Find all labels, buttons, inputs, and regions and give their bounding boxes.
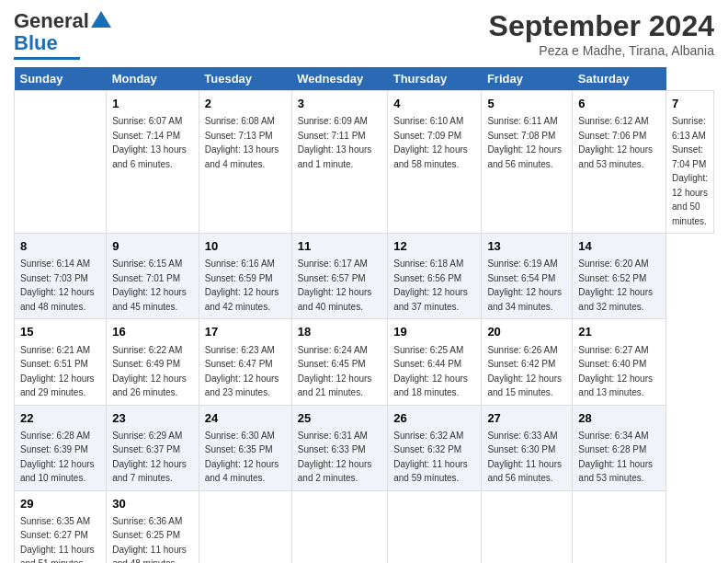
cell-info: Sunrise: 6:14 AMSunset: 7:03 PMDaylight:…	[20, 259, 95, 312]
table-row: 10 Sunrise: 6:16 AMSunset: 6:59 PMDaylig…	[199, 234, 291, 319]
table-row	[291, 490, 387, 563]
day-number: 21	[578, 324, 660, 340]
col-wednesday: Wednesday	[291, 67, 387, 91]
table-row	[388, 490, 482, 563]
page: General Blue September 2024 Peza e Madhe…	[0, 0, 728, 563]
day-number: 2	[205, 96, 286, 112]
day-number: 18	[298, 324, 381, 340]
table-row: 5 Sunrise: 6:11 AMSunset: 7:08 PMDayligh…	[482, 91, 573, 234]
day-number: 22	[20, 410, 100, 427]
svg-marker-0	[91, 11, 111, 28]
cell-info: Sunrise: 6:19 AMSunset: 6:54 PMDaylight:…	[487, 259, 562, 312]
location: Peza e Madhe, Tirana, Albania	[489, 43, 714, 58]
table-row: 15 Sunrise: 6:21 AMSunset: 6:51 PMDaylig…	[15, 319, 107, 405]
col-tuesday: Tuesday	[199, 67, 291, 91]
table-row: 23 Sunrise: 6:29 AMSunset: 6:37 PMDaylig…	[107, 405, 199, 490]
day-number: 25	[298, 410, 381, 427]
day-number: 26	[393, 410, 475, 427]
title-area: September 2024 Peza e Madhe, Tirana, Alb…	[489, 9, 714, 58]
table-row	[482, 490, 573, 563]
day-number: 14	[578, 238, 660, 255]
day-number: 20	[487, 324, 566, 340]
day-number: 9	[112, 238, 193, 255]
table-row: 21 Sunrise: 6:27 AMSunset: 6:40 PMDaylig…	[573, 319, 666, 405]
cell-info: Sunrise: 6:12 AMSunset: 7:06 PMDaylight:…	[578, 116, 653, 169]
cell-info: Sunrise: 6:36 AMSunset: 6:25 PMDaylight:…	[112, 516, 187, 563]
cell-info: Sunrise: 6:22 AMSunset: 6:49 PMDaylight:…	[112, 345, 187, 398]
table-row: 14 Sunrise: 6:20 AMSunset: 6:52 PMDaylig…	[573, 234, 666, 319]
calendar-week-4: 29 Sunrise: 6:35 AMSunset: 6:27 PMDaylig…	[15, 490, 714, 563]
day-number: 12	[393, 238, 475, 255]
calendar-week-0: 1 Sunrise: 6:07 AMSunset: 7:14 PMDayligh…	[15, 91, 714, 234]
calendar-week-2: 15 Sunrise: 6:21 AMSunset: 6:51 PMDaylig…	[15, 319, 714, 405]
cell-info: Sunrise: 6:35 AMSunset: 6:27 PMDaylight:…	[20, 516, 95, 563]
logo-icon	[91, 9, 111, 29]
cell-info: Sunrise: 6:24 AMSunset: 6:45 PMDaylight:…	[298, 345, 372, 398]
cell-info: Sunrise: 6:11 AMSunset: 7:08 PMDaylight:…	[487, 116, 562, 169]
logo-underline	[14, 57, 80, 60]
table-row: 11 Sunrise: 6:17 AMSunset: 6:57 PMDaylig…	[291, 234, 387, 319]
cell-info: Sunrise: 6:21 AMSunset: 6:51 PMDaylight:…	[20, 345, 95, 398]
calendar-week-3: 22 Sunrise: 6:28 AMSunset: 6:39 PMDaylig…	[15, 405, 714, 490]
day-number: 13	[487, 238, 566, 255]
month-title: September 2024	[489, 9, 714, 43]
cell-info: Sunrise: 6:13 AMSunset: 7:04 PMDaylight:…	[672, 116, 708, 226]
cell-info: Sunrise: 6:23 AMSunset: 6:47 PMDaylight:…	[205, 345, 279, 398]
table-row: 25 Sunrise: 6:31 AMSunset: 6:33 PMDaylig…	[291, 405, 387, 490]
table-row: 12 Sunrise: 6:18 AMSunset: 6:56 PMDaylig…	[388, 234, 482, 319]
table-row: 26 Sunrise: 6:32 AMSunset: 6:32 PMDaylig…	[388, 405, 482, 490]
table-row: 7 Sunrise: 6:13 AMSunset: 7:04 PMDayligh…	[666, 91, 714, 234]
table-row: 28 Sunrise: 6:34 AMSunset: 6:28 PMDaylig…	[573, 405, 666, 490]
cell-info: Sunrise: 6:32 AMSunset: 6:32 PMDaylight:…	[393, 431, 468, 484]
header: General Blue September 2024 Peza e Madhe…	[14, 9, 714, 60]
day-number: 11	[298, 238, 381, 255]
col-friday: Friday	[482, 67, 573, 91]
calendar-table: Sunday Monday Tuesday Wednesday Thursday…	[14, 67, 714, 563]
day-number: 23	[112, 410, 193, 427]
table-row: 20 Sunrise: 6:26 AMSunset: 6:42 PMDaylig…	[482, 319, 573, 405]
table-row: 6 Sunrise: 6:12 AMSunset: 7:06 PMDayligh…	[573, 91, 666, 234]
table-row: 4 Sunrise: 6:10 AMSunset: 7:09 PMDayligh…	[388, 91, 482, 234]
day-number: 24	[205, 410, 286, 427]
table-row: 2 Sunrise: 6:08 AMSunset: 7:13 PMDayligh…	[199, 91, 291, 234]
cell-info: Sunrise: 6:30 AMSunset: 6:35 PMDaylight:…	[205, 431, 279, 484]
table-row: 17 Sunrise: 6:23 AMSunset: 6:47 PMDaylig…	[199, 319, 291, 405]
table-row: 3 Sunrise: 6:09 AMSunset: 7:11 PMDayligh…	[291, 91, 387, 234]
cell-info: Sunrise: 6:08 AMSunset: 7:13 PMDaylight:…	[205, 116, 279, 169]
table-row: 27 Sunrise: 6:33 AMSunset: 6:30 PMDaylig…	[482, 405, 573, 490]
table-row: 16 Sunrise: 6:22 AMSunset: 6:49 PMDaylig…	[107, 319, 199, 405]
day-number: 5	[487, 96, 566, 112]
cell-info: Sunrise: 6:20 AMSunset: 6:52 PMDaylight:…	[578, 259, 653, 312]
col-sunday: Sunday	[15, 67, 107, 91]
col-thursday: Thursday	[388, 67, 482, 91]
cell-info: Sunrise: 6:29 AMSunset: 6:37 PMDaylight:…	[112, 431, 187, 484]
day-number: 30	[112, 496, 193, 512]
cell-info: Sunrise: 6:33 AMSunset: 6:30 PMDaylight:…	[487, 431, 562, 484]
day-number: 10	[205, 238, 286, 255]
table-row: 24 Sunrise: 6:30 AMSunset: 6:35 PMDaylig…	[199, 405, 291, 490]
cell-info: Sunrise: 6:25 AMSunset: 6:44 PMDaylight:…	[393, 345, 468, 398]
day-number: 19	[393, 324, 475, 340]
logo-blue: Blue	[14, 31, 58, 55]
cell-info: Sunrise: 6:17 AMSunset: 6:57 PMDaylight:…	[298, 259, 372, 312]
col-monday: Monday	[107, 67, 199, 91]
cell-info: Sunrise: 6:31 AMSunset: 6:33 PMDaylight:…	[298, 431, 372, 484]
table-row: 8 Sunrise: 6:14 AMSunset: 7:03 PMDayligh…	[15, 234, 107, 319]
day-number: 7	[672, 96, 708, 112]
cell-info: Sunrise: 6:10 AMSunset: 7:09 PMDaylight:…	[393, 116, 468, 169]
day-number: 8	[20, 238, 100, 255]
cell-info: Sunrise: 6:27 AMSunset: 6:40 PMDaylight:…	[578, 345, 653, 398]
day-number: 15	[20, 324, 100, 340]
day-number: 27	[487, 410, 566, 427]
day-number: 6	[578, 96, 660, 112]
table-row: 1 Sunrise: 6:07 AMSunset: 7:14 PMDayligh…	[107, 91, 199, 234]
cell-info: Sunrise: 6:16 AMSunset: 6:59 PMDaylight:…	[205, 259, 279, 312]
header-row: Sunday Monday Tuesday Wednesday Thursday…	[15, 67, 714, 91]
table-row	[15, 91, 107, 234]
day-number: 17	[205, 324, 286, 340]
table-row: 30 Sunrise: 6:36 AMSunset: 6:25 PMDaylig…	[107, 490, 199, 563]
col-saturday: Saturday	[573, 67, 666, 91]
cell-info: Sunrise: 6:18 AMSunset: 6:56 PMDaylight:…	[393, 259, 468, 312]
day-number: 4	[393, 96, 475, 112]
table-row: 9 Sunrise: 6:15 AMSunset: 7:01 PMDayligh…	[107, 234, 199, 319]
